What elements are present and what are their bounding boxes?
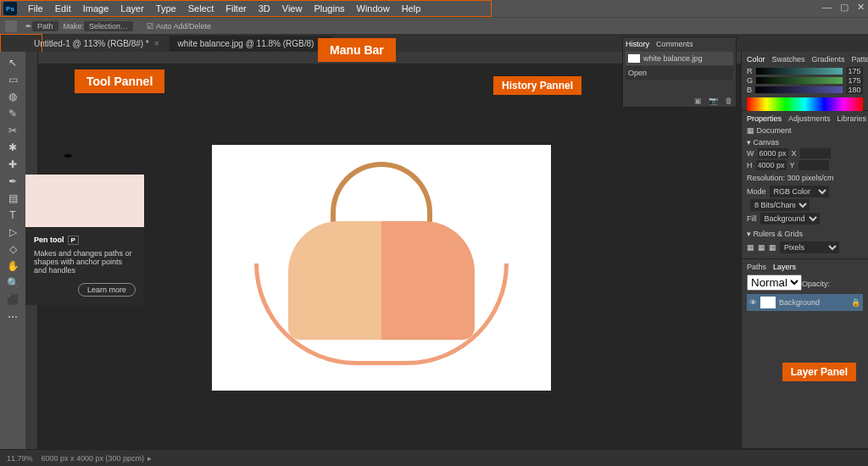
canvas-section[interactable]: ▾ Canvas <box>747 138 863 147</box>
eyedropper-tool[interactable]: ✱ <box>3 140 22 155</box>
menu-file[interactable]: File <box>22 3 49 14</box>
color-swatch[interactable]: ⬛ <box>3 292 22 308</box>
callout-menu: Manu Bar <box>318 38 396 62</box>
path-tool[interactable]: ▷ <box>3 225 22 240</box>
frame-tool[interactable]: ✂ <box>3 123 22 138</box>
pen-tool-tooltip: ✒ Pen toolP Makes and changes paths or s… <box>25 227 144 305</box>
g-slider[interactable] <box>756 77 843 84</box>
maximize-icon[interactable]: ▢ <box>840 2 849 13</box>
pen-tool-icon: ✒ <box>25 22 32 31</box>
menu-image[interactable]: Image <box>77 3 115 14</box>
history-panel[interactable]: History Comments white balance.jpg Open … <box>622 36 737 108</box>
zoom-level[interactable]: 11.79% <box>7 454 33 463</box>
history-row[interactable]: white balance.jpg <box>626 52 733 65</box>
menu-edit[interactable]: Edit <box>49 3 77 14</box>
tab-layers[interactable]: Layers <box>773 263 796 271</box>
tab-properties[interactable]: Properties <box>747 114 782 123</box>
home-icon[interactable] <box>5 20 17 32</box>
menu-3d[interactable]: 3D <box>253 3 276 14</box>
heal-tool[interactable]: ✚ <box>3 157 22 172</box>
menu-view[interactable]: View <box>276 3 309 14</box>
move-tool[interactable]: ↖ <box>3 55 22 70</box>
b-value[interactable]: 180 <box>846 86 863 94</box>
menu-filter[interactable]: Filter <box>220 3 252 14</box>
resolution-label: Resolution: 300 pixels/cm <box>747 174 863 182</box>
lasso-tool[interactable]: ◍ <box>3 89 22 104</box>
shape-tool[interactable]: ◇ <box>3 241 22 257</box>
pen-tool[interactable]: ✒ <box>3 174 22 189</box>
menu-plugins[interactable]: Plugins <box>308 3 350 14</box>
type-tool[interactable]: T <box>3 208 22 223</box>
guide-icon[interactable]: ▦ <box>769 243 776 252</box>
blend-select[interactable]: Normal <box>747 275 802 291</box>
tool-panel: ↖ ▭ ◍ ✎ ✂ ✱ ✚ ✒ ▤ T ▷ ◇ ✋ 🔍 ⬛ ⋯ <box>0 52 25 449</box>
document-tabs: Untitled-1 @ 113% (RGB/8#) *× white bala… <box>0 34 868 52</box>
tab-color[interactable]: Color <box>747 55 765 64</box>
trash-icon[interactable]: 🗑 <box>725 97 732 105</box>
layer-name[interactable]: Background <box>779 298 820 307</box>
ruler-icon[interactable]: ▦ <box>747 243 754 252</box>
tab-patterns[interactable]: Patterns <box>852 55 868 64</box>
height-input[interactable] <box>756 160 787 170</box>
x-input[interactable] <box>800 148 831 158</box>
status-chevron-icon[interactable]: ▸ <box>147 454 152 463</box>
r-slider[interactable] <box>756 68 843 75</box>
camera-icon[interactable]: 📷 <box>709 97 718 105</box>
layer-row[interactable]: 👁 Background 🔒 <box>747 294 863 311</box>
menu-type[interactable]: Type <box>150 3 182 14</box>
tab-whitebalance[interactable]: white balance.jpg @ 11.8% (RGB/8)× <box>170 36 333 52</box>
color-panel: Color Swatches Gradients Patterns R175 G… <box>742 52 868 111</box>
path-mode-select[interactable]: Path <box>32 21 58 31</box>
autoadd-checkbox[interactable]: ☑ <box>147 22 153 31</box>
crop-tool[interactable]: ✎ <box>3 106 22 121</box>
document-label: ▦ Document <box>747 126 863 135</box>
tooltip-desc: Makes and changes paths or shapes with a… <box>34 249 136 275</box>
artboard[interactable] <box>212 145 551 391</box>
fill-select[interactable]: Background Color <box>760 213 820 225</box>
selection-button[interactable]: Selection… <box>84 21 133 31</box>
tab-libraries[interactable]: Libraries <box>837 114 867 123</box>
color-spectrum[interactable] <box>747 97 863 111</box>
minimize-icon[interactable]: — <box>822 2 832 13</box>
lock-icon[interactable]: 🔒 <box>851 298 860 307</box>
g-value[interactable]: 175 <box>846 76 863 85</box>
r-value[interactable]: 175 <box>846 67 863 75</box>
menu-help[interactable]: Help <box>396 3 427 14</box>
menu-bar: Ps File Edit Image Layer Type Select Fil… <box>0 0 868 17</box>
units-select[interactable]: Pixels <box>780 241 839 253</box>
grid-icon[interactable]: ▦ <box>758 243 765 252</box>
close-icon[interactable]: ✕ <box>857 2 865 13</box>
learn-more-button[interactable]: Learn more <box>78 283 136 297</box>
autoadd-label: Auto Add/Delete <box>156 22 211 31</box>
tab-history[interactable]: History <box>626 40 649 48</box>
tab-swatches[interactable]: Swatches <box>772 55 805 64</box>
snapshot-icon[interactable]: ▣ <box>694 97 702 105</box>
tab-untitled[interactable]: Untitled-1 @ 113% (RGB/8#) *× <box>25 36 168 52</box>
marquee-tool[interactable]: ▭ <box>3 72 22 87</box>
depth-select[interactable]: 8 Bits/Channel <box>750 199 810 211</box>
visibility-icon[interactable]: 👁 <box>749 298 757 307</box>
tab-gradients[interactable]: Gradients <box>812 55 845 64</box>
menu-layer[interactable]: Layer <box>114 3 150 14</box>
width-input[interactable] <box>758 148 788 158</box>
history-row[interactable]: Open <box>626 66 733 80</box>
rulers-section[interactable]: ▾ Rulers & Grids <box>747 230 863 238</box>
edit-toolbar[interactable]: ⋯ <box>3 309 22 325</box>
y-input[interactable] <box>798 160 829 170</box>
menu-select[interactable]: Select <box>182 3 220 14</box>
menu-window[interactable]: Window <box>351 3 396 14</box>
tab-paths[interactable]: Paths <box>747 263 766 271</box>
gradient-tool[interactable]: ▤ <box>3 191 22 206</box>
app-logo: Ps <box>3 2 17 15</box>
tab-adjustments[interactable]: Adjustments <box>788 114 831 123</box>
callout-layer: Layer Panel <box>782 363 856 381</box>
tab-comments[interactable]: Comments <box>656 40 693 48</box>
hand-tool[interactable]: ✋ <box>3 258 22 274</box>
properties-panel: Properties Adjustments Libraries ▦ Docum… <box>742 111 868 259</box>
zoom-tool[interactable]: 🔍 <box>3 275 22 291</box>
b-slider[interactable] <box>755 86 843 93</box>
mode-select[interactable]: RGB Color <box>770 186 829 197</box>
layer-thumb[interactable] <box>760 297 776 308</box>
close-tab-icon[interactable]: × <box>154 39 159 48</box>
tooltip-preview: ✒ <box>25 175 144 227</box>
